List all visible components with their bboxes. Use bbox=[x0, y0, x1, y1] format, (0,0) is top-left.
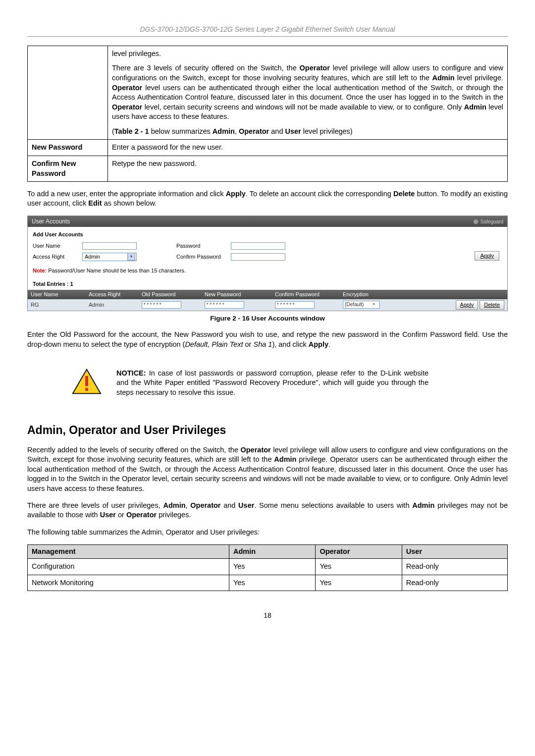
col-encryption: Encryption bbox=[340, 290, 393, 299]
new-password-label: New Password bbox=[28, 140, 108, 156]
privileges-p2: There are three levels of user privilege… bbox=[27, 501, 508, 520]
new-password-desc: Enter a password for the new user. bbox=[108, 140, 508, 156]
warning-icon bbox=[72, 368, 102, 398]
confirm-password-label2: Confirm Password bbox=[176, 253, 231, 261]
add-user-section-title: Add User Accounts bbox=[33, 231, 502, 238]
safeguard-badge: Safeguard bbox=[473, 218, 503, 225]
table-ref-line: (Table 2 - 1 below summarizes Admin, Ope… bbox=[112, 127, 503, 137]
confirm-password-input2[interactable]: ****** bbox=[275, 301, 315, 309]
add-user-instructions: To add a new user, enter the appropriate… bbox=[27, 189, 508, 209]
username-label: User Name bbox=[33, 242, 82, 250]
privileges-p3: The following table summarizes the Admin… bbox=[27, 528, 508, 538]
th-management: Management bbox=[28, 544, 229, 559]
svg-point-0 bbox=[473, 219, 478, 224]
edit-instructions: Enter the Old Password for the account, … bbox=[27, 330, 508, 349]
section-heading: Admin, Operator and User Privileges bbox=[27, 423, 508, 438]
th-operator: Operator bbox=[316, 544, 402, 559]
row-delete-button[interactable]: Delete bbox=[480, 300, 504, 310]
page-header: DGS-3700-12/DGS-3700-12G Series Layer 2 … bbox=[27, 25, 508, 37]
svg-rect-2 bbox=[85, 376, 88, 386]
confirm-password-desc: Retype the new password. bbox=[108, 156, 508, 181]
encryption-select[interactable]: (Default) ▾ bbox=[343, 301, 380, 309]
parameter-table: level privileges. There are 3 levels of … bbox=[27, 46, 508, 182]
empty-label-cell bbox=[28, 46, 108, 140]
access-right-select[interactable]: Admin ▾ bbox=[82, 253, 137, 261]
svg-rect-3 bbox=[85, 388, 88, 391]
panel-title: User Accounts bbox=[32, 217, 70, 225]
safeguard-icon bbox=[473, 219, 479, 224]
new-password-input[interactable]: ****** bbox=[205, 301, 244, 309]
row-access-right: Admin bbox=[86, 300, 139, 310]
row-username: RG bbox=[28, 300, 86, 310]
note-line: Note: Password/User Name should be less … bbox=[33, 267, 502, 274]
access-right-label: Access Right bbox=[33, 253, 82, 261]
entries-header: User Name Access Right Old Password New … bbox=[28, 290, 507, 299]
notice-text: NOTICE: In case of lost passwords or pas… bbox=[116, 369, 428, 398]
total-entries: Total Entries : 1 bbox=[33, 280, 502, 288]
operator-description: There are 3 levels of security offered o… bbox=[112, 63, 503, 121]
entry-row: RG Admin ****** ****** ****** (Default) … bbox=[28, 299, 507, 311]
level-privileges-line: level privileges. bbox=[112, 49, 503, 59]
row-apply-button[interactable]: Apply bbox=[456, 300, 479, 310]
apply-button[interactable]: Apply bbox=[475, 251, 499, 261]
username-input[interactable] bbox=[82, 242, 137, 250]
col-username: User Name bbox=[28, 290, 86, 299]
page-number: 18 bbox=[27, 611, 508, 620]
privileges-table: Management Admin Operator User Configura… bbox=[27, 544, 508, 592]
th-admin: Admin bbox=[229, 544, 315, 559]
confirm-password-label: Confirm New Password bbox=[28, 156, 108, 181]
old-password-input[interactable]: ****** bbox=[142, 301, 181, 309]
col-confirm-password: Confirm Password bbox=[272, 290, 340, 299]
col-access-right: Access Right bbox=[86, 290, 139, 299]
panel-titlebar: User Accounts Safeguard bbox=[28, 216, 507, 227]
table-row: Network Monitoring Yes Yes Read-only bbox=[28, 575, 508, 591]
user-accounts-screenshot: User Accounts Safeguard Add User Account… bbox=[27, 216, 508, 311]
privileges-p1: Recently added to the levels of security… bbox=[27, 445, 508, 494]
chevron-down-icon: ▾ bbox=[127, 253, 135, 261]
table-row: Configuration Yes Yes Read-only bbox=[28, 559, 508, 575]
password-input[interactable] bbox=[231, 242, 285, 250]
password-label: Password bbox=[176, 242, 231, 250]
th-user: User bbox=[402, 544, 507, 559]
confirm-password-input[interactable] bbox=[231, 253, 285, 261]
access-right-description-cell: level privileges. There are 3 levels of … bbox=[108, 46, 508, 140]
chevron-down-icon: ▾ bbox=[373, 302, 379, 308]
col-new-password: New Password bbox=[202, 290, 272, 299]
notice-block: NOTICE: In case of lost passwords or pas… bbox=[72, 368, 508, 398]
col-old-password: Old Password bbox=[139, 290, 202, 299]
figure-caption: Figure 2 - 16 User Accounts window bbox=[27, 314, 508, 323]
